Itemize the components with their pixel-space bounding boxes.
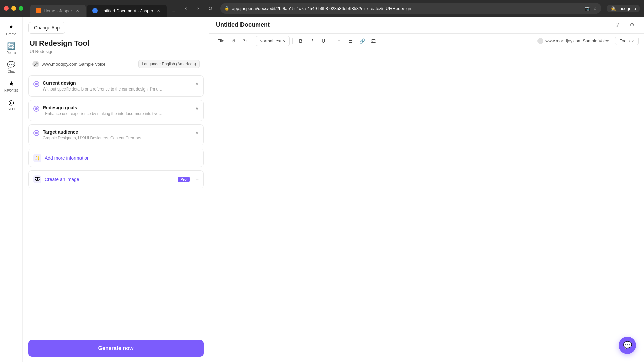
generate-now-button[interactable]: Generate now: [28, 340, 204, 357]
redo-btn[interactable]: ↻: [240, 36, 250, 46]
tab-home-favicon: [36, 8, 41, 13]
address-bar[interactable]: 🔒 app.jasper.ai/docs/edit/2b9fab15-4c7a-…: [220, 3, 601, 14]
tool-subtitle: UI Redesign: [30, 49, 202, 54]
pro-badge: Pro: [178, 177, 189, 182]
back-btn[interactable]: ‹: [181, 4, 191, 13]
url-display: app.jasper.ai/docs/edit/2b9fab15-4c7a-45…: [232, 6, 582, 11]
link-btn[interactable]: 🔗: [357, 36, 367, 46]
file-menu-btn[interactable]: File: [215, 36, 227, 46]
tab-home-title: Home - Jasper: [44, 8, 72, 13]
change-app-button[interactable]: Change App: [28, 22, 65, 34]
voice-avatar-icon: 🎤: [32, 61, 39, 67]
browser-right-controls: 🕵 Incognito: [607, 5, 640, 12]
ordered-list-btn[interactable]: ≣: [345, 36, 356, 46]
chevron-down-icon-3: ∨: [195, 130, 199, 135]
sidebar-item-chat[interactable]: 💬 Chat: [3, 58, 20, 76]
sidebar: ✦ Create 🔄 Remix 💬 Chat ★ Favorites ◎ SE…: [0, 17, 23, 362]
middle-panel: Change App UI Redesign Tool UI Redesign …: [23, 17, 209, 362]
section-title-redesign-goals: Redesign goals: [43, 105, 192, 110]
sidebar-item-remix[interactable]: 🔄 Remix: [3, 40, 20, 57]
toolbar-separator-1: [253, 38, 253, 44]
app-layout: ✦ Create 🔄 Remix 💬 Chat ★ Favorites ◎ SE…: [0, 17, 644, 362]
window-max-btn[interactable]: [19, 6, 23, 11]
lock-icon: 🔒: [224, 6, 229, 11]
window-controls: [4, 6, 23, 11]
sidebar-label-create: Create: [6, 32, 16, 36]
toolbar-separator-4: [612, 38, 612, 44]
text-style-dropdown[interactable]: Normal text ∨: [256, 36, 290, 46]
voice-toolbar-section: www.moodjoy.com Sample Voice: [537, 38, 609, 44]
tools-chevron-icon: ∨: [631, 38, 634, 43]
voice-name: www.moodjoy.com Sample Voice: [42, 62, 106, 67]
tab-doc-title: Untitled Document - Jasper: [100, 8, 153, 13]
section-text-redesign-goals: Redesign goals - Enhance user experience…: [43, 105, 192, 116]
bold-btn[interactable]: B: [296, 36, 306, 46]
add-more-info-card[interactable]: ✨ Add more information +: [28, 149, 204, 167]
sidebar-label-seo: SEO: [8, 107, 15, 111]
editor-panel: Untitled Document ? ⚙ File ↺ ↻ Normal te…: [209, 17, 644, 362]
add-info-label: Add more information: [45, 155, 192, 161]
tools-label: Tools: [620, 38, 630, 43]
toolbar-separator-2: [292, 38, 293, 44]
voice-toolbar-icon: [537, 38, 543, 44]
section-status-target-audience: [33, 130, 39, 136]
section-status-current-design: [33, 81, 39, 87]
favorites-icon: ★: [8, 79, 14, 87]
text-style-label: Normal text: [259, 38, 281, 43]
bookmark-icon[interactable]: ☆: [593, 6, 597, 11]
sidebar-item-create[interactable]: ✦ Create: [3, 21, 20, 38]
image-icon: 🖼: [33, 175, 41, 183]
tab-doc-close[interactable]: ✕: [156, 8, 161, 13]
sparkle-icon: ✨: [33, 154, 41, 162]
tool-config: 🎤 www.moodjoy.com Sample Voice Language:…: [23, 57, 209, 336]
tab-doc[interactable]: Untitled Document - Jasper ✕: [87, 5, 167, 17]
address-bar-icons: 📷 ☆: [585, 6, 597, 11]
voice-bar: 🎤 www.moodjoy.com Sample Voice Language:…: [28, 57, 204, 71]
tools-dropdown-btn[interactable]: Tools ∨: [615, 37, 639, 45]
sidebar-item-favorites[interactable]: ★ Favorites: [3, 77, 20, 95]
tool-title: UI Redesign Tool: [30, 39, 202, 48]
image-toolbar-btn[interactable]: 🖼: [368, 36, 378, 46]
address-bar-container: 🔒 app.jasper.ai/docs/edit/2b9fab15-4c7a-…: [220, 3, 601, 14]
refresh-btn[interactable]: ↻: [206, 4, 215, 13]
create-icon: ✦: [8, 23, 14, 31]
section-text-target-audience: Target audience Graphic Designers, UX/UI…: [43, 129, 192, 140]
chat-widget-btn[interactable]: 💬: [619, 337, 636, 354]
tab-home[interactable]: Home - Jasper ✕: [30, 5, 86, 17]
sidebar-item-seo[interactable]: ◎ SEO: [3, 96, 20, 113]
editor-content-area[interactable]: [209, 48, 644, 362]
camera-icon[interactable]: 📷: [585, 6, 590, 11]
window-min-btn[interactable]: [11, 6, 16, 11]
help-icon[interactable]: ?: [612, 20, 623, 31]
incognito-btn[interactable]: 🕵 Incognito: [607, 5, 640, 12]
section-status-dot-3: [35, 132, 38, 134]
window-close-btn[interactable]: [4, 6, 9, 11]
underline-btn[interactable]: U: [318, 36, 328, 46]
section-header-redesign-goals[interactable]: Redesign goals - Enhance user experience…: [29, 100, 203, 121]
undo-btn[interactable]: ↺: [228, 36, 238, 46]
bullet-list-btn[interactable]: ≡: [334, 36, 344, 46]
sidebar-label-favorites: Favorites: [4, 88, 18, 92]
forward-btn[interactable]: ›: [194, 4, 203, 13]
section-status-dot-2: [35, 107, 38, 110]
tab-home-close[interactable]: ✕: [75, 8, 80, 13]
section-card-current-design: Current design Without specific details …: [28, 75, 204, 97]
sidebar-label-remix: Remix: [6, 51, 16, 55]
italic-btn[interactable]: I: [307, 36, 317, 46]
create-image-card[interactable]: 🖼 Create an image Pro +: [28, 170, 204, 188]
section-text-current-design: Current design Without specific details …: [43, 80, 192, 92]
section-title-target-audience: Target audience: [43, 129, 192, 135]
browser-chrome: Home - Jasper ✕ Untitled Document - Jasp…: [0, 0, 644, 17]
section-header-target-audience[interactable]: Target audience Graphic Designers, UX/UI…: [29, 125, 203, 145]
incognito-icon: 🕵: [611, 6, 616, 11]
voice-toolbar-name: www.moodjoy.com Sample Voice: [545, 38, 609, 43]
section-header-current-design[interactable]: Current design Without specific details …: [29, 76, 203, 96]
settings-icon[interactable]: ⚙: [627, 20, 637, 31]
remix-icon: 🔄: [7, 42, 15, 50]
section-status-dot: [35, 83, 38, 85]
browser-tabs: Home - Jasper ✕ Untitled Document - Jasp…: [30, 0, 179, 17]
new-tab-btn[interactable]: +: [169, 7, 179, 17]
section-preview-current-design: Without specific details or a reference …: [43, 87, 163, 92]
create-image-plus-icon: +: [196, 176, 199, 182]
section-card-target-audience: Target audience Graphic Designers, UX/UI…: [28, 124, 204, 145]
